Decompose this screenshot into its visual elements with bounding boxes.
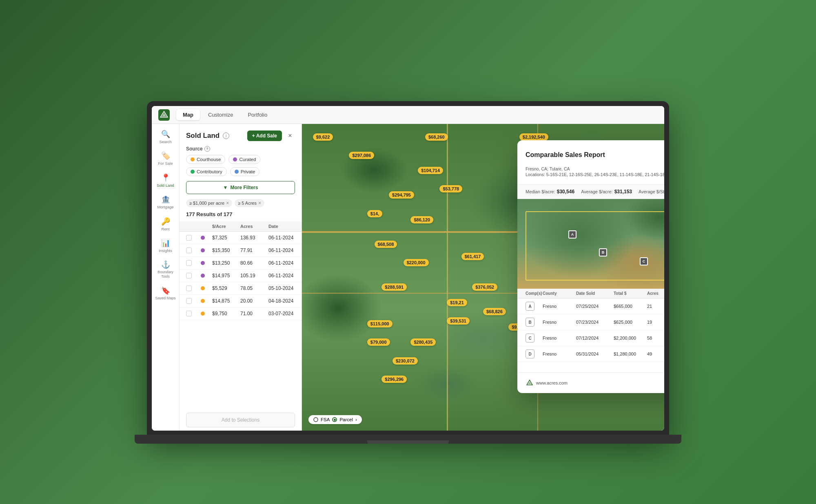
fsa-radio[interactable] [313, 417, 318, 422]
table-row[interactable]: $14,975 105.19 06-11-2024 [180, 270, 302, 282]
row-checkbox-7[interactable] [186, 311, 192, 316]
report-table-row[interactable]: B Fresno 07/23/2024 $625,000 19 $31,969 … [517, 314, 664, 330]
row-checkbox-1[interactable] [186, 235, 192, 241]
add-sale-button[interactable]: + Add Sale [247, 130, 282, 141]
remove-price-filter[interactable]: × [226, 200, 229, 206]
report-footer: www.acres.com Acres Comparable Sales Rep… [517, 372, 664, 393]
map-background: $9,622 $68,260 $2,192,540 $297,086 $104,… [302, 124, 664, 431]
source-tag-curated[interactable]: Curated [228, 155, 260, 164]
sidebar-item-rent[interactable]: 🔑 Rent [153, 214, 178, 234]
report-table-row[interactable]: D Fresno 05/31/2024 $1,280,000 49 $25,70… [517, 346, 664, 362]
close-panel-button[interactable]: × [285, 131, 295, 141]
sidebar-item-saved-maps[interactable]: 🔖 Saved Maps [153, 284, 178, 304]
tab-portfolio[interactable]: Portfolio [241, 109, 274, 120]
add-to-selections-button[interactable]: Add to Selections [186, 413, 295, 427]
row-acres-1: 136.93 [240, 235, 267, 241]
table-row[interactable]: $7,325 136.93 06-11-2024 [180, 232, 302, 244]
table-row[interactable]: $15,350 77.91 06-11-2024 [180, 244, 302, 257]
price-label: $376,052 [472, 283, 497, 291]
col-comp: Comp(s) [526, 291, 542, 296]
price-label: $68,826 [483, 308, 506, 315]
sidebar-item-sold-land[interactable]: 📍 Sold Land [153, 171, 178, 191]
col-date: Date [268, 224, 295, 229]
filter-chip-price: ≥ $1,000 per acre × [186, 199, 232, 207]
row-dot-7 [201, 312, 205, 316]
curated-label: Curated [239, 157, 256, 162]
total-c: $2,200,000 [614, 336, 646, 340]
total-d: $1,280,000 [614, 351, 646, 356]
report-boundary [526, 211, 664, 281]
row-date-4: 06-11-2024 [268, 273, 295, 279]
sidebar-item-search[interactable]: 🔍 Search [153, 127, 178, 147]
footer-logo-icon [526, 379, 534, 387]
price-label: $53,778 [439, 185, 462, 192]
table-row[interactable]: $5,529 78.05 05-10-2024 [180, 282, 302, 295]
source-tag-private[interactable]: Private [230, 167, 260, 176]
table-row[interactable]: $14,875 20.00 04-18-2024 [180, 295, 302, 307]
total-b: $625,000 [614, 320, 646, 325]
more-filters-button[interactable]: ▼ More Filters [186, 181, 295, 194]
price-label: $115,000 [367, 320, 392, 327]
row-checkbox-5[interactable] [186, 285, 192, 291]
price-label: $294,795 [389, 191, 414, 199]
remove-acres-filter[interactable]: × [258, 200, 261, 206]
row-price-7: $9,750 [212, 311, 239, 316]
row-dot-2 [201, 248, 205, 252]
sidebar-label-saved-maps: Saved Maps [155, 296, 175, 301]
col-acres: Acres [240, 224, 267, 229]
sidebar-item-for-sale[interactable]: 🏷️ For Sale [153, 149, 178, 169]
row-date-1: 06-11-2024 [268, 235, 295, 241]
row-checkbox-4[interactable] [186, 273, 192, 279]
tab-map[interactable]: Map [176, 109, 200, 120]
sidebar-label-insights: Insights [159, 248, 172, 253]
rent-icon: 🔑 [161, 218, 170, 225]
table-row[interactable]: $13,250 80.66 06-11-2024 [180, 257, 302, 270]
row-acres-4: 105.19 [240, 273, 267, 279]
source-tags: Courthouse Curated Contributory [186, 155, 295, 176]
row-checkbox-3[interactable] [186, 260, 192, 266]
sidebar-label-boundary-tools: Boundary Tools [155, 270, 176, 279]
row-dot-1 [201, 236, 205, 240]
laptop-base [135, 435, 681, 444]
price-label: $280,435 [410, 338, 436, 346]
active-filters: ≥ $1,000 per acre × ≥ 5 Acres × [180, 199, 302, 211]
price-label: $2,192,540 [519, 133, 548, 141]
row-acres-5: 78.05 [240, 285, 267, 291]
row-price-3: $13,250 [212, 260, 239, 266]
results-count: 177 Results of 177 [180, 211, 302, 221]
sidebar-label-for-sale: For Sale [158, 161, 173, 166]
laptop-screen: Map Customize Portfolio 🔍 Search 🏷️ For … [152, 106, 664, 431]
acres-a: 21 [647, 304, 664, 309]
report-table-row[interactable]: A Fresno 07/25/2024 $665,000 21 $30,546 … [517, 298, 664, 314]
sidebar-item-insights[interactable]: 📊 Insights [153, 236, 178, 256]
total-a: $665,000 [614, 304, 646, 309]
county-d: Fresno [543, 351, 575, 356]
source-info-icon[interactable]: ? [204, 146, 210, 152]
parcel-radio[interactable] [332, 417, 337, 422]
price-label: $288,591 [381, 283, 407, 291]
row-price-5: $5,529 [212, 285, 239, 291]
sidebar-item-mortgage[interactable]: 🏦 Mortgage [153, 192, 178, 212]
source-tag-courthouse[interactable]: Courthouse [186, 155, 225, 164]
col-dot [201, 224, 211, 229]
comp-d: D [526, 349, 534, 358]
road-vertical-1 [447, 124, 448, 431]
row-checkbox-2[interactable] [186, 248, 192, 253]
col-acres: Acres [647, 291, 664, 296]
table-row[interactable]: $9,750 71.00 03-07-2024 [180, 307, 302, 320]
row-checkbox-6[interactable] [186, 298, 192, 304]
date-c: 07/12/2024 [576, 336, 613, 340]
price-label: $39,531 [447, 317, 470, 325]
price-label: $61,417 [461, 253, 484, 260]
source-tag-contributory[interactable]: Contributory [186, 167, 227, 176]
tab-customize[interactable]: Customize [202, 109, 239, 120]
stat-storie: Average $/Storie: $704 [639, 189, 664, 195]
comp-marker-b: B [599, 248, 607, 256]
panel-info-icon[interactable]: i [223, 133, 229, 139]
parcel-label: Parcel [339, 417, 353, 422]
courthouse-label: Courthouse [197, 157, 221, 162]
fsa-parcel-toggle[interactable]: FSA Parcel › [308, 415, 362, 424]
median-value: $30,546 [557, 189, 574, 195]
sidebar-item-boundary-tools[interactable]: ⚓ Boundary Tools [153, 258, 178, 282]
report-table-row[interactable]: C Fresno 07/12/2024 $2,200,000 58 $37,54… [517, 330, 664, 346]
